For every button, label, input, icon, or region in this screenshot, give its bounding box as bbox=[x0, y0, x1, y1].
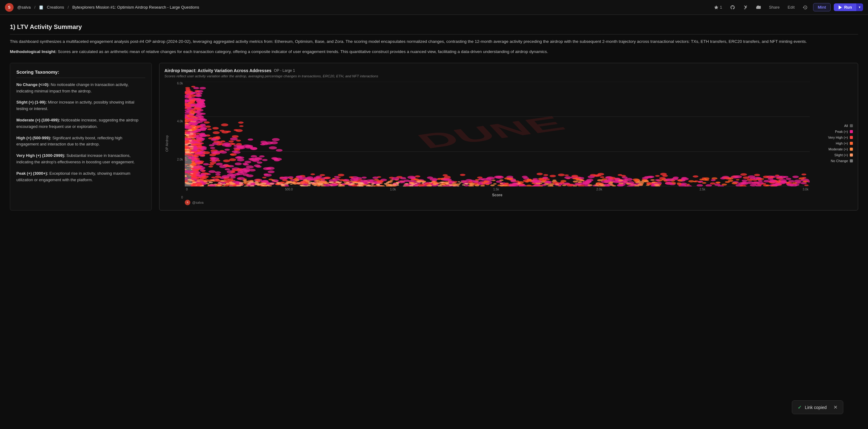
chart-footer-avatar: S bbox=[185, 200, 190, 205]
svg-point-1324 bbox=[452, 182, 456, 184]
svg-point-157 bbox=[201, 155, 205, 156]
svg-point-1368 bbox=[246, 174, 253, 177]
svg-point-987 bbox=[237, 158, 244, 161]
svg-point-1666 bbox=[499, 179, 504, 181]
svg-point-1721 bbox=[672, 177, 678, 180]
run-caret-button[interactable]: ▾ bbox=[856, 3, 863, 11]
svg-point-204 bbox=[492, 180, 495, 181]
svg-point-1578 bbox=[384, 183, 387, 184]
mint-label: Mint bbox=[818, 5, 826, 9]
chart-svg-area: 6.0k 4.0k 2.0k 0 bbox=[173, 82, 810, 205]
svg-point-1312 bbox=[468, 181, 473, 184]
chart-legend: All Peak (+) Very High (+) High (+) Mode… bbox=[810, 82, 853, 205]
svg-point-1051 bbox=[525, 181, 529, 183]
svg-point-1080 bbox=[236, 140, 241, 141]
github-button[interactable] bbox=[727, 4, 738, 11]
share-button[interactable]: Share bbox=[767, 4, 782, 11]
svg-point-1231 bbox=[226, 131, 231, 133]
svg-point-1420 bbox=[185, 152, 190, 154]
run-button[interactable]: Run bbox=[834, 3, 856, 11]
svg-point-1799 bbox=[195, 183, 203, 185]
legend-label: Peak (+) bbox=[835, 130, 848, 133]
mint-button[interactable]: Mint bbox=[813, 3, 831, 11]
svg-point-1776 bbox=[444, 182, 450, 184]
svg-point-984 bbox=[575, 178, 580, 180]
svg-point-1714 bbox=[500, 183, 503, 184]
svg-point-1453 bbox=[193, 171, 198, 173]
svg-point-921 bbox=[769, 176, 774, 178]
svg-point-1784 bbox=[196, 180, 200, 182]
chart-header: Airdrop Impact: Activity Variation Acros… bbox=[164, 68, 853, 78]
legend-item: Slight (+) bbox=[813, 153, 853, 157]
svg-point-1463 bbox=[414, 183, 417, 184]
breadcrumb-creations[interactable]: Creations bbox=[47, 5, 64, 9]
svg-point-1684 bbox=[239, 169, 247, 171]
svg-point-1379 bbox=[478, 178, 484, 180]
svg-point-294 bbox=[256, 165, 261, 168]
methodological-text: Scores are calculated as an arithmetic m… bbox=[58, 49, 548, 54]
scoring-item: Peak (+) (3000+): Exceptional rise in ac… bbox=[17, 170, 145, 184]
svg-point-1761 bbox=[247, 183, 251, 185]
description-paragraph-1: This dashboard synthesizes a multifacete… bbox=[10, 38, 858, 45]
svg-point-1708 bbox=[199, 119, 207, 122]
breadcrumb: @salva / 🗒️ Creations / Bytexplorers Mis… bbox=[16, 5, 709, 9]
svg-point-1614 bbox=[465, 183, 469, 185]
svg-point-1767 bbox=[211, 176, 216, 178]
fork-button[interactable] bbox=[741, 4, 750, 11]
main-content: 1) LTV Activity Summary This dashboard s… bbox=[0, 15, 868, 219]
legend-item: Peak (+) bbox=[813, 130, 853, 133]
svg-point-1746 bbox=[429, 182, 432, 184]
svg-point-1388 bbox=[462, 184, 465, 186]
svg-point-472 bbox=[243, 163, 249, 165]
svg-point-1693 bbox=[538, 183, 542, 184]
svg-text:DUNE: DUNE bbox=[411, 111, 571, 153]
svg-point-1628 bbox=[437, 183, 440, 184]
svg-point-1790 bbox=[449, 184, 453, 186]
star-button[interactable]: 1 bbox=[711, 4, 724, 11]
section-title: 1) LTV Activity Summary bbox=[10, 24, 858, 35]
breadcrumb-user[interactable]: @salva bbox=[17, 5, 31, 9]
svg-point-1711 bbox=[786, 178, 791, 180]
camera-button[interactable] bbox=[753, 4, 764, 11]
svg-point-793 bbox=[642, 177, 649, 179]
svg-point-108 bbox=[558, 173, 565, 176]
nav-actions: 1 Share Edit Mint Run ▾ bbox=[711, 3, 863, 11]
edit-button[interactable]: Edit bbox=[785, 4, 797, 11]
svg-point-1786 bbox=[493, 183, 497, 184]
svg-point-120 bbox=[195, 90, 199, 92]
breadcrumb-page[interactable]: Bytexplorers Mission #1: Optimism Airdro… bbox=[72, 5, 199, 9]
svg-point-992 bbox=[475, 184, 479, 186]
svg-point-1701 bbox=[187, 169, 191, 170]
svg-point-1658 bbox=[206, 183, 210, 184]
svg-point-1789 bbox=[319, 180, 324, 183]
svg-point-1327 bbox=[220, 130, 224, 132]
svg-point-1757 bbox=[458, 181, 460, 182]
svg-point-1781 bbox=[324, 182, 329, 184]
legend-item: No Change bbox=[813, 159, 853, 163]
chart-title: Airdrop Impact: Activity Variation Acros… bbox=[164, 68, 853, 73]
svg-point-1311 bbox=[272, 138, 280, 141]
svg-point-1765 bbox=[555, 184, 559, 185]
svg-point-1739 bbox=[228, 140, 234, 142]
svg-point-1606 bbox=[283, 176, 290, 179]
svg-point-1049 bbox=[215, 173, 221, 176]
scoring-item: Very High (+) (1000-2999): Substantial i… bbox=[17, 153, 145, 165]
svg-point-1794 bbox=[295, 179, 299, 181]
svg-point-1733 bbox=[706, 184, 712, 187]
edit-label: Edit bbox=[788, 5, 795, 9]
svg-point-1680 bbox=[802, 177, 806, 178]
svg-point-1772 bbox=[248, 182, 250, 183]
svg-point-153 bbox=[231, 169, 237, 171]
svg-point-1243 bbox=[210, 179, 215, 181]
svg-point-1467 bbox=[189, 140, 192, 141]
history-button[interactable] bbox=[800, 4, 810, 11]
svg-point-1554 bbox=[192, 182, 197, 183]
svg-point-1763 bbox=[487, 179, 492, 182]
svg-point-1800 bbox=[421, 180, 426, 183]
svg-point-737 bbox=[338, 174, 344, 176]
svg-point-20 bbox=[213, 131, 220, 134]
svg-point-1583 bbox=[195, 160, 200, 162]
svg-point-1730 bbox=[559, 182, 564, 184]
svg-point-1608 bbox=[775, 183, 782, 186]
y-tick-6k: 6.0k bbox=[177, 82, 183, 85]
